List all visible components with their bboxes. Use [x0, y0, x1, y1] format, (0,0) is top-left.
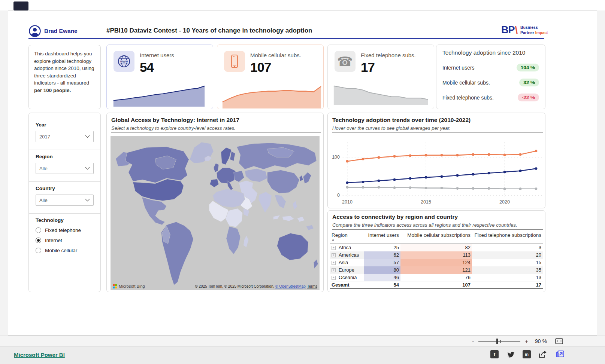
bp-logo-caption: Business Partner Impact	[520, 25, 548, 35]
kpi-card-fixed-telephone: ☎ Fixed telephone subs. 17	[327, 45, 434, 109]
svg-text:2015: 2015	[421, 199, 431, 205]
svg-text:100: 100	[332, 155, 340, 160]
twitter-icon[interactable]	[506, 351, 515, 358]
linkedin-icon[interactable]: in	[523, 350, 531, 358]
region-cell[interactable]: +Oceania	[330, 274, 364, 281]
world-choropleth-map[interactable]: Microsoft Bing © 2025 TomTom, © 2025 Mic…	[111, 136, 320, 290]
fixed-sparkline	[333, 85, 429, 105]
intro-text-bold: per 100 people.	[34, 88, 71, 93]
radio-icon[interactable]	[36, 227, 41, 233]
open-in-powerbi-icon[interactable]	[556, 350, 565, 358]
total-label: Gesamt	[330, 281, 364, 289]
value-cell: 35	[472, 266, 543, 274]
year-filter-label: Year	[36, 122, 94, 128]
header-divider	[28, 38, 544, 39]
technology-filter-label: Technology	[36, 217, 94, 223]
page-title: #PBI10 Dataviz Contest - 10 Years of cha…	[106, 27, 312, 34]
terms-link[interactable]: Terms	[307, 284, 317, 288]
summary-title: Technology adoption since 2010	[442, 49, 539, 56]
table-header[interactable]: Region▲Internet usersMobile cellular sub…	[330, 232, 543, 244]
openstreetmap-link[interactable]: © OpenStreetMap	[275, 284, 306, 288]
user-avatar-icon	[29, 25, 41, 37]
filter-divider	[29, 150, 100, 150]
region-cell[interactable]: +Africa	[330, 244, 364, 251]
radio-icon[interactable]	[36, 248, 41, 253]
region-cell[interactable]: +Americas	[330, 251, 364, 259]
radio-mobile-cellular[interactable]: Mobile cellular	[36, 248, 94, 253]
total-value: 54	[364, 281, 400, 289]
region-cell[interactable]: +Europe	[330, 266, 364, 274]
chevron-down-icon	[85, 167, 90, 170]
map-subtitle: Select a technology to explore country-l…	[111, 125, 236, 131]
panel-divider	[111, 132, 321, 133]
expand-icon[interactable]: +	[332, 268, 336, 272]
status-badge: -22 %	[518, 94, 539, 101]
svg-text:2010: 2010	[342, 199, 353, 205]
zoom-out-button[interactable]: -	[472, 338, 474, 345]
value-cell: 3	[472, 244, 543, 251]
column-header-region[interactable]: Region▲	[330, 232, 364, 244]
world-map-svg	[111, 136, 320, 290]
kpi-label: Internet users	[140, 52, 174, 58]
share-icon[interactable]	[538, 350, 548, 358]
sort-asc-icon: ▲	[332, 239, 363, 241]
table-row[interactable]: +Europe8012135	[330, 266, 543, 274]
radio-internet[interactable]: Internet	[36, 238, 94, 243]
trends-title: Technology adoption trends over time (20…	[332, 117, 471, 123]
value-cell: 15	[472, 259, 543, 266]
table-title: Access to connectivity by region and cou…	[332, 214, 458, 220]
microsoft-powerbi-link[interactable]: Microsoft Power BI	[14, 352, 65, 358]
map-attribution: © 2025 TomTom, © 2025 Microsoft Corporat…	[195, 284, 317, 288]
value-cell: 76	[400, 274, 472, 281]
svg-text:2020: 2020	[499, 199, 510, 205]
powerbi-footer: Microsoft Power BI f in	[0, 347, 605, 364]
svg-text:0: 0	[337, 193, 340, 198]
value-cell: 46	[364, 274, 400, 281]
expand-icon[interactable]: +	[332, 253, 336, 257]
trends-subtitle: Hover over the curves to see global aver…	[332, 125, 451, 131]
panel-divider	[332, 229, 543, 230]
value-cell: 62	[364, 251, 400, 259]
author-name: Brad Ewane	[44, 28, 78, 34]
radio-fixed-telephone[interactable]: Fixed telephone	[36, 227, 94, 233]
table-row[interactable]: +Africa25823	[330, 244, 543, 251]
value-cell: 25	[364, 244, 400, 251]
value-cell: 113	[400, 251, 472, 259]
expand-icon[interactable]: +	[332, 276, 336, 280]
facebook-icon[interactable]: f	[490, 350, 499, 358]
bp-logo: BP\ Business Partner Impact	[501, 24, 548, 36]
report-statusbar: - + 90 %	[0, 336, 605, 347]
fit-to-page-icon[interactable]	[555, 338, 563, 344]
column-header[interactable]: Fixed telephone subscriptions	[472, 232, 543, 244]
trends-line-chart[interactable]: 0100201020152020	[328, 132, 546, 207]
filter-divider	[29, 213, 100, 214]
kpi-card-mobile: Mobile cellular subs. 107	[217, 45, 324, 109]
bing-logo: Microsoft Bing	[113, 284, 145, 288]
column-header[interactable]: Mobile cellular subscriptions	[400, 232, 472, 244]
kpi-value: 17	[361, 60, 375, 75]
value-cell: 82	[400, 244, 472, 251]
zoom-in-button[interactable]: +	[525, 338, 528, 345]
expand-icon[interactable]: +	[332, 261, 336, 265]
table-row[interactable]: +Asia5712415	[330, 259, 543, 266]
bp-logo-slash: \	[515, 24, 518, 36]
value-cell: 121	[400, 266, 472, 274]
table-row[interactable]: +Americas6211320	[330, 251, 543, 259]
year-dropdown[interactable]: 2017	[36, 131, 94, 142]
country-dropdown[interactable]: Alle	[36, 195, 94, 206]
value-cell: 57	[364, 259, 400, 266]
column-header[interactable]: Internet users	[364, 232, 400, 244]
zoom-slider[interactable]	[478, 341, 520, 342]
browser-artifact	[13, 1, 28, 10]
region-cell[interactable]: +Asia	[330, 259, 364, 266]
table-total-row: Gesamt5410717	[330, 281, 543, 289]
map-panel: Global Access by Technology: Internet in…	[106, 113, 324, 292]
internet-sparkline	[113, 85, 205, 107]
table-row[interactable]: +Oceania467613	[330, 274, 543, 281]
zoom-slider-handle[interactable]	[496, 339, 498, 344]
radio-icon[interactable]	[36, 238, 41, 243]
chevron-down-icon	[85, 199, 90, 202]
expand-icon[interactable]: +	[332, 246, 336, 250]
region-dropdown[interactable]: Alle	[36, 163, 94, 174]
microsoft-logo-icon	[113, 284, 117, 288]
